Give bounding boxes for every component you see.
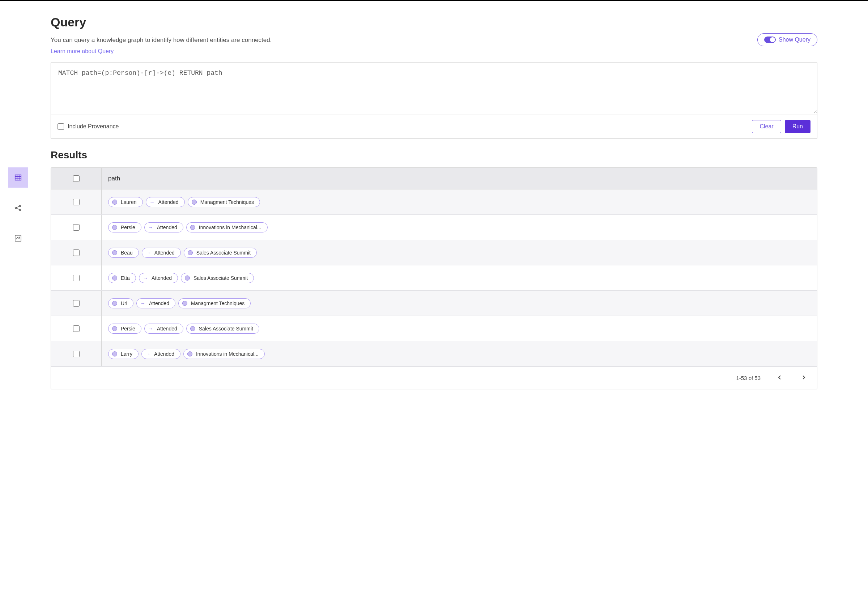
results-area: path Lauren→AttendedManagment Techniques…	[7, 167, 817, 389]
results-footer: 1-53 of 53	[51, 367, 817, 389]
arrow-icon: →	[145, 351, 151, 357]
row-select-checkbox[interactable]	[73, 224, 80, 231]
header-left: Query You can query a knowledge graph to…	[51, 15, 757, 55]
select-all-checkbox[interactable]	[73, 175, 80, 182]
entity-dot-icon	[185, 276, 190, 280]
relation-chip[interactable]: →Attended	[146, 197, 185, 207]
path-column-header: path	[102, 168, 817, 189]
result-row: Persie→AttendedInnovations in Mechanical…	[51, 215, 817, 240]
row-select-checkbox[interactable]	[73, 326, 80, 332]
person-chip[interactable]: Uri	[108, 298, 133, 308]
toggle-knob	[770, 37, 775, 42]
show-query-toggle[interactable]: Show Query	[757, 33, 817, 46]
include-provenance-input[interactable]	[58, 123, 64, 130]
entity-dot-icon	[112, 351, 117, 357]
row-select-cell	[51, 215, 102, 240]
entity-dot-icon	[112, 276, 117, 280]
query-page: Query You can query a knowledge graph to…	[0, 1, 868, 400]
event-chip[interactable]: Managment Techniques	[178, 298, 251, 308]
relation-chip[interactable]: →Attended	[144, 223, 183, 233]
header: Query You can query a knowledge graph to…	[51, 15, 817, 55]
arrow-icon: →	[148, 326, 154, 332]
table-view-button[interactable]	[8, 167, 28, 188]
chart-view-button[interactable]	[8, 228, 28, 248]
event-chip[interactable]: Sales Associate Summit	[186, 324, 259, 334]
relation-chip[interactable]: →Attended	[142, 349, 180, 359]
path-cell: Persie→AttendedSales Associate Summit	[102, 316, 817, 341]
arrow-icon: →	[143, 275, 148, 281]
event-chip[interactable]: Innovations in Mechanical...	[186, 223, 268, 233]
event-chip-label: Innovations in Mechanical...	[199, 224, 261, 230]
results-table: path Lauren→AttendedManagment Techniques…	[51, 167, 817, 389]
person-chip[interactable]: Larry	[108, 349, 139, 359]
person-chip-label: Persie	[121, 326, 135, 332]
event-chip-label: Innovations in Mechanical...	[196, 351, 258, 357]
path-cell: Larry→AttendedInnovations in Mechanical.…	[102, 341, 817, 366]
arrow-icon: →	[150, 199, 155, 205]
relation-chip[interactable]: →Attended	[144, 324, 183, 334]
person-chip[interactable]: Persie	[108, 223, 142, 233]
relation-chip[interactable]: →Attended	[142, 248, 181, 258]
event-chip-label: Sales Associate Summit	[193, 275, 248, 281]
result-row: Persie→AttendedSales Associate Summit	[51, 316, 817, 341]
svg-line-9	[16, 208, 19, 210]
event-chip-label: Managment Techniques	[191, 301, 245, 306]
row-select-cell	[51, 341, 102, 366]
person-chip[interactable]: Etta	[108, 273, 136, 283]
event-chip-label: Sales Associate Summit	[199, 326, 253, 332]
graph-view-button[interactable]	[8, 198, 28, 218]
entity-dot-icon	[112, 250, 117, 255]
entity-dot-icon	[112, 200, 117, 205]
person-chip-label: Beau	[121, 250, 133, 256]
row-select-checkbox[interactable]	[73, 275, 80, 281]
prev-page-button[interactable]	[775, 373, 784, 383]
path-cell: Uri→AttendedManagment Techniques	[102, 291, 817, 315]
select-all-cell	[51, 168, 102, 189]
result-row: Beau→AttendedSales Associate Summit	[51, 240, 817, 265]
results-header-row: path	[51, 168, 817, 189]
entity-dot-icon	[192, 200, 197, 205]
row-select-checkbox[interactable]	[73, 199, 80, 205]
chevron-right-icon	[802, 375, 805, 380]
entity-dot-icon	[112, 301, 117, 306]
query-input[interactable]	[51, 63, 817, 113]
event-chip[interactable]: Innovations in Mechanical...	[183, 349, 265, 359]
include-provenance-checkbox[interactable]: Include Provenance	[58, 123, 119, 130]
include-provenance-label: Include Provenance	[68, 123, 119, 130]
row-select-checkbox[interactable]	[73, 351, 80, 357]
chevron-left-icon	[778, 375, 782, 380]
entity-dot-icon	[190, 225, 195, 230]
next-page-button[interactable]	[799, 373, 808, 383]
relation-chip[interactable]: →Attended	[136, 298, 176, 308]
row-select-checkbox[interactable]	[73, 300, 80, 307]
event-chip[interactable]: Sales Associate Summit	[184, 248, 257, 258]
row-select-checkbox[interactable]	[73, 249, 80, 256]
pagination-label: 1-53 of 53	[736, 375, 760, 381]
person-chip[interactable]: Persie	[108, 324, 142, 334]
path-cell: Etta→AttendedSales Associate Summit	[102, 265, 817, 290]
relation-chip-label: Attended	[154, 351, 174, 357]
result-row: Uri→AttendedManagment Techniques	[51, 291, 817, 316]
results-title: Results	[51, 149, 817, 161]
view-rail	[7, 167, 29, 248]
run-button[interactable]: Run	[785, 120, 810, 133]
results-body[interactable]: Lauren→AttendedManagment TechniquesPersi…	[51, 189, 817, 367]
event-chip[interactable]: Sales Associate Summit	[181, 273, 254, 283]
relation-chip-label: Attended	[152, 275, 172, 281]
row-select-cell	[51, 265, 102, 290]
table-icon	[14, 174, 22, 181]
clear-button[interactable]: Clear	[752, 120, 781, 133]
event-chip[interactable]: Managment Techniques	[188, 197, 260, 207]
person-chip-label: Larry	[121, 351, 132, 357]
show-query-label: Show Query	[779, 37, 810, 43]
person-chip-label: Lauren	[121, 199, 137, 205]
person-chip[interactable]: Beau	[108, 248, 139, 258]
result-row: Larry→AttendedInnovations in Mechanical.…	[51, 341, 817, 367]
person-chip[interactable]: Lauren	[108, 197, 143, 207]
entity-dot-icon	[182, 301, 187, 306]
learn-more-link[interactable]: Learn more about Query	[51, 48, 114, 54]
relation-chip[interactable]: →Attended	[139, 273, 178, 283]
graph-icon	[14, 204, 22, 212]
toggle-switch-icon	[764, 37, 776, 43]
chart-icon	[14, 234, 22, 242]
